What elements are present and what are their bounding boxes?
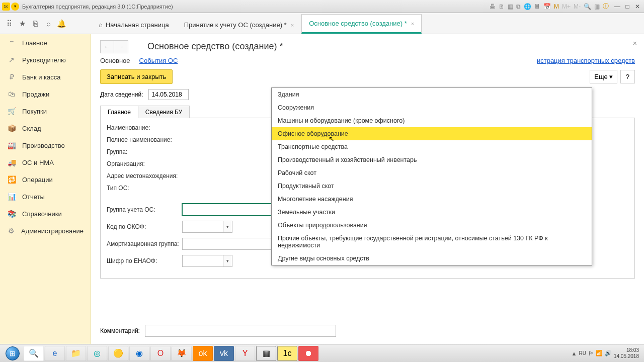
taskbar-mail[interactable]: ◉ xyxy=(129,346,149,361)
sidebar-item-label: Справочники xyxy=(22,210,62,218)
sidebar-item[interactable]: 📚Справочники xyxy=(0,205,91,222)
globe-icon[interactable]: 🌐 xyxy=(524,3,531,10)
m-icon[interactable]: M xyxy=(554,3,559,10)
tray-network-icon[interactable]: 📶 xyxy=(596,350,603,356)
sidebar-item[interactable]: 🔁Операции xyxy=(0,171,91,188)
m-minus-icon[interactable]: M- xyxy=(574,3,581,10)
tray-show-hidden[interactable]: ▲ xyxy=(572,350,577,356)
sidebar-item[interactable]: 📦Склад xyxy=(0,120,91,137)
taskbar-chrome[interactable]: 🟡 xyxy=(108,346,128,361)
sidebar-item[interactable]: 🏭Производство xyxy=(0,137,91,154)
back-button[interactable]: ← xyxy=(100,40,114,53)
start-button[interactable]: ⊞ xyxy=(2,346,23,361)
doc-icon[interactable]: 🗎 xyxy=(499,3,505,10)
dropdown-button[interactable]: ▾ xyxy=(223,255,232,266)
sidebar-item-label: Покупки xyxy=(22,108,47,115)
sidebar-item[interactable]: ⚙Администрирование xyxy=(0,222,91,239)
forward-button[interactable]: → xyxy=(114,40,128,53)
dropdown-option[interactable]: Здания xyxy=(272,88,592,101)
maximize-button[interactable]: □ xyxy=(623,3,632,11)
dropdown-option[interactable]: Земельные участки xyxy=(272,206,592,219)
dropdown-option[interactable]: Многолетние насаждения xyxy=(272,193,592,206)
print-icon[interactable]: 🖶 xyxy=(490,3,496,10)
dropdown-option[interactable]: Другие виды основных средств xyxy=(272,252,592,265)
dropdown-option[interactable]: Рабочий скот xyxy=(272,166,592,179)
sidebar-icon: 📚 xyxy=(7,210,16,218)
m-plus-icon[interactable]: M+ xyxy=(562,3,571,10)
close-button[interactable]: ✕ xyxy=(633,3,642,11)
clipboard-icon[interactable]: ⎘ xyxy=(29,18,41,30)
star-icon[interactable]: ★ xyxy=(16,18,28,30)
dropdown-option[interactable]: Машины и оборудование (кроме офисного) xyxy=(272,114,592,127)
chevron-down-icon: ▾ xyxy=(609,73,613,80)
apps-icon[interactable]: ⠿ xyxy=(3,18,15,30)
taskbar-search[interactable]: 🔍 xyxy=(24,346,44,361)
panel-icon[interactable]: ▥ xyxy=(594,3,600,10)
enaof-input[interactable] xyxy=(183,255,223,266)
sidebar-item[interactable]: ₽Банк и касса xyxy=(0,68,91,85)
grid-icon[interactable]: ▦ xyxy=(508,3,513,10)
close-tab-icon[interactable]: × xyxy=(411,21,414,27)
dropdown-option[interactable]: Офисное оборудование xyxy=(272,127,592,140)
taskbar-opera[interactable]: O xyxy=(150,346,171,361)
calc-icon[interactable]: 🖩 xyxy=(534,3,540,10)
taskbar-ie[interactable]: e xyxy=(45,346,65,361)
comment-input[interactable] xyxy=(145,325,336,337)
tab-asset-acceptance[interactable]: Принятие к учету ОС (создание) * × xyxy=(177,16,301,34)
sidebar-item[interactable]: 🚚ОС и НМА xyxy=(0,154,91,171)
taskbar-firefox[interactable]: 🦊 xyxy=(172,346,192,361)
tray-lang[interactable]: RU xyxy=(579,350,586,356)
sidebar-icon: 📊 xyxy=(7,193,16,201)
help-button[interactable]: ? xyxy=(620,70,635,83)
bell-icon[interactable]: 🔔 xyxy=(55,18,67,30)
compare-icon[interactable]: ⧉ xyxy=(516,3,521,10)
inner-tab-main[interactable]: Главное xyxy=(100,106,138,118)
sidebar-item[interactable]: 🛒Покупки xyxy=(0,103,91,120)
home-icon: ⌂ xyxy=(99,21,103,29)
info-icon[interactable]: ⓘ xyxy=(603,2,609,11)
sidebar-item[interactable]: ≡Главное xyxy=(0,34,91,51)
close-page-icon[interactable]: × xyxy=(633,39,637,47)
dropdown-option[interactable]: Сооружения xyxy=(272,101,592,114)
tray-clock[interactable]: 18:03 14.05.2018 xyxy=(614,347,639,359)
subtab-main[interactable]: Основное xyxy=(100,57,130,65)
taskbar-ok[interactable]: ok xyxy=(193,346,213,361)
enaof-combo[interactable]: ▾ xyxy=(182,255,232,267)
dropdown-option[interactable]: Объекты природопользования xyxy=(272,219,592,232)
taskbar-task1[interactable]: ▦ xyxy=(256,346,276,361)
tray-sound-icon[interactable]: 🔊 xyxy=(605,350,612,356)
taskbar-vk[interactable]: vk xyxy=(214,346,234,361)
inner-tab-bu[interactable]: Сведения БУ xyxy=(138,106,190,118)
taskbar-explorer[interactable]: 📁 xyxy=(66,346,86,361)
dropdown-option[interactable]: Продуктивный скот xyxy=(272,179,592,193)
dropdown-option[interactable]: Прочие объекты, требующие государственно… xyxy=(272,232,592,252)
link-vehicle-registration[interactable]: истрация транспортных средств xyxy=(537,57,635,65)
dropdown-button[interactable]: ▾ xyxy=(223,221,232,232)
minimize-button[interactable]: — xyxy=(613,3,622,11)
app-menu-icon[interactable]: ▾ xyxy=(11,3,19,11)
close-tab-icon[interactable]: × xyxy=(291,22,294,28)
taskbar-recorder[interactable]: ⏺ xyxy=(298,346,318,361)
date-input[interactable] xyxy=(148,89,189,100)
more-button[interactable]: Еще ▾ xyxy=(590,70,617,83)
sidebar-item[interactable]: 📊Отчеты xyxy=(0,188,91,205)
nav-tools: ⠿ ★ ⎘ ⌕ 🔔 xyxy=(0,13,91,34)
search-icon[interactable]: ⌕ xyxy=(42,18,54,30)
taskbar-app1[interactable]: ◎ xyxy=(87,346,107,361)
save-close-button[interactable]: Записать и закрыть xyxy=(100,69,173,84)
taskbar-1c[interactable]: 1c xyxy=(277,346,297,361)
comment-label: Комментарий: xyxy=(100,327,140,334)
sidebar-item[interactable]: ↗Руководителю xyxy=(0,51,91,68)
dropdown-option[interactable]: Производственный и хозяйственный инвента… xyxy=(272,153,592,166)
zoom-icon[interactable]: 🔍 xyxy=(584,3,591,10)
tab-home[interactable]: ⌂ Начальная страница xyxy=(91,16,177,34)
tray-flag-icon[interactable]: 🏳 xyxy=(588,350,594,356)
subtab-events[interactable]: События ОС xyxy=(139,57,178,65)
okof-combo[interactable]: ▾ xyxy=(182,221,232,233)
tab-fixed-asset[interactable]: Основное средство (создание) * × xyxy=(301,14,422,34)
sidebar-item[interactable]: 🛍Продажи xyxy=(0,85,91,103)
calendar-icon[interactable]: 📅 xyxy=(543,3,551,10)
taskbar-yandex[interactable]: Y xyxy=(235,346,255,361)
okof-input[interactable] xyxy=(183,221,223,232)
dropdown-option[interactable]: Транспортные средства xyxy=(272,140,592,153)
